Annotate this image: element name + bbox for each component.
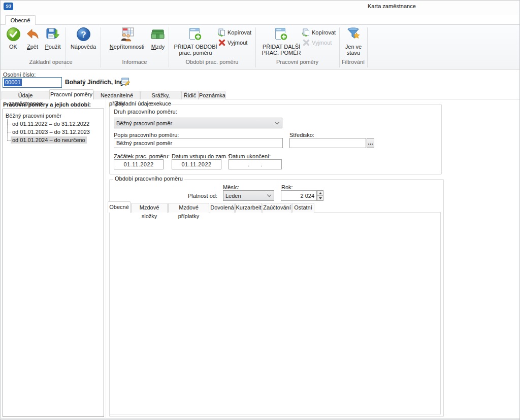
spin-down-icon[interactable] <box>317 195 323 200</box>
zacatek-label: Začátek prac. poměru: <box>114 153 170 159</box>
tab-pracovni-pomery[interactable]: Pracovní poměry <box>49 89 93 99</box>
popis-label: Popis pracovního poměru: <box>114 132 179 138</box>
add-contract-button[interactable]: PŘIDAT DALŠÍ PRAC. POMĚR <box>258 26 304 56</box>
ribbon: OK Zpět Použít <box>1 24 519 69</box>
edit-employee-icon[interactable] <box>121 77 131 86</box>
add-window-icon <box>274 26 288 42</box>
tab-srazky-exekuce[interactable]: Srážky, exekuce <box>140 91 181 99</box>
selected-text: 00001 <box>4 79 22 86</box>
stredisko-input[interactable] <box>289 138 366 148</box>
inner-tab-ostatni[interactable]: Ostatní <box>292 203 314 213</box>
absences-calendar-icon <box>119 26 135 42</box>
inner-tab-obecne[interactable]: Obecné <box>108 201 131 213</box>
copy-period-button[interactable]: Kopírovat <box>218 28 251 37</box>
ribbon-group-label: Informace <box>101 59 169 66</box>
inner-tab-mzdove-slozky[interactable]: Mzdové složky <box>131 203 168 213</box>
copy-icon <box>302 28 310 37</box>
tree-connector <box>7 132 11 132</box>
help-icon: ? <box>76 26 91 42</box>
mesic-label: Měsíc: <box>223 184 239 190</box>
employee-card-window: S3 Karta zaměstnance Obecné OK Zpět <box>0 0 520 420</box>
zacatek-date-input[interactable]: 01.11.2022 <box>114 159 164 169</box>
platnost-label: Platnost od: <box>174 193 217 199</box>
tree-connector <box>7 124 11 124</box>
tree-root-item[interactable]: Běžný pracovní poměr <box>6 113 61 119</box>
groupbox-legend: Období pracovního poměru <box>113 176 184 182</box>
spin-up-icon[interactable] <box>317 191 323 195</box>
druh-pomeru-label: Druh pracovního poměru: <box>114 109 177 115</box>
titlebar: S3 Karta zaměstnance <box>1 1 519 15</box>
panel-divider <box>106 99 106 418</box>
tab-ridic[interactable]: Řidič <box>181 91 199 99</box>
ukonceni-label: Datum ukončení: <box>229 153 271 159</box>
druh-pomeru-combobox[interactable]: Běžný pracovní poměr <box>114 118 282 128</box>
contracts-tree[interactable]: Běžný pracovní poměr od 01.11.2022 – do … <box>3 109 104 417</box>
window-title: Karta zaměstnance <box>368 3 416 9</box>
rok-label: Rok: <box>281 184 293 190</box>
absences-button[interactable]: Nepřítomnosti <box>105 26 149 50</box>
ok-button[interactable]: OK <box>4 26 23 50</box>
mesic-combobox[interactable]: Leden <box>223 190 274 201</box>
remove-x-icon-disabled <box>302 39 310 47</box>
filter-star-icon <box>346 26 361 42</box>
ukonceni-date-input[interactable]: . . <box>229 159 282 169</box>
tree-period-item-selected[interactable]: od 01.01.2024 – do neurčeno <box>11 137 87 143</box>
save-icon <box>46 26 60 42</box>
svg-text:?: ? <box>81 30 86 40</box>
inner-tab-dovolena[interactable]: Dovolená <box>210 203 235 213</box>
chevron-down-icon <box>275 120 279 124</box>
ribbon-tab-obecne[interactable]: Obecné <box>5 15 36 25</box>
help-button[interactable]: ? Nápověda <box>68 26 99 50</box>
copy-contract-button[interactable]: Kopírovat <box>302 28 336 37</box>
tree-period-item[interactable]: od 01.01.2023 – do 31.12.2023 <box>11 129 91 135</box>
tab-poznamka[interactable]: Poznámka <box>199 91 225 99</box>
inner-tab-zauctovani[interactable]: Zaúčtování <box>263 203 291 213</box>
inner-tab-page-obecne <box>109 212 441 414</box>
undo-icon <box>25 26 40 42</box>
ribbon-separator <box>367 27 368 67</box>
tree-period-item[interactable]: od 01.11.2022 – do 31.12.2022 <box>11 121 91 127</box>
tree-connector <box>7 119 8 141</box>
popis-input[interactable]: Běžný pracovní poměr <box>114 138 283 148</box>
apply-button[interactable]: Použít <box>42 26 63 50</box>
app-logo-icon: S3 <box>4 3 13 10</box>
tab-udaje-zamestnance[interactable]: Údaje zaměstnance <box>2 91 49 99</box>
ribbon-group-label: Pracovní poměry <box>255 59 339 66</box>
vstup-label: Datum vstupu do zam.: <box>172 153 229 159</box>
undo-button[interactable]: Zpět <box>23 26 42 50</box>
inner-tab-kurzarbeit[interactable]: Kurzarbeit <box>235 203 262 213</box>
filter-state-button[interactable]: Jen ve stavu <box>341 26 366 56</box>
ribbon-group-label: Období prac. poměru <box>169 59 255 66</box>
wages-button[interactable]: Mzdy <box>148 26 168 50</box>
ribbon-group-label: Filtrování <box>339 59 367 66</box>
add-period-button[interactable]: PŘIDAT OBDOBÍ prac. poměru <box>173 26 218 56</box>
cut-contract-button-disabled: Vyjmout <box>302 38 332 47</box>
rok-spinner[interactable] <box>317 190 323 201</box>
rok-input[interactable]: 2 024 <box>281 190 317 201</box>
stredisko-browse-button[interactable]: … <box>367 138 374 148</box>
employee-name: Bohatý Jindřich, Ing. <box>65 79 125 86</box>
remove-x-icon <box>218 39 226 47</box>
cut-period-button[interactable]: Vyjmout <box>218 38 247 47</box>
inner-tab-mzdove-priplatky[interactable]: Mzdové příplatky <box>168 203 209 213</box>
tab-nezdanitelne-prijmy[interactable]: Nezdanitelné příjmy <box>93 91 140 99</box>
add-window-icon <box>188 26 203 42</box>
money-icon <box>150 26 166 42</box>
tree-connector <box>7 140 11 141</box>
vstup-date-input[interactable]: 01.11.2022 <box>172 159 221 169</box>
personal-number-input[interactable]: 00001 <box>3 77 62 88</box>
ribbon-group-label: Základní operace <box>1 59 101 66</box>
stredisko-label: Středisko: <box>289 132 314 138</box>
copy-icon <box>218 28 226 37</box>
chevron-down-icon <box>267 192 271 196</box>
ok-icon <box>6 26 21 42</box>
